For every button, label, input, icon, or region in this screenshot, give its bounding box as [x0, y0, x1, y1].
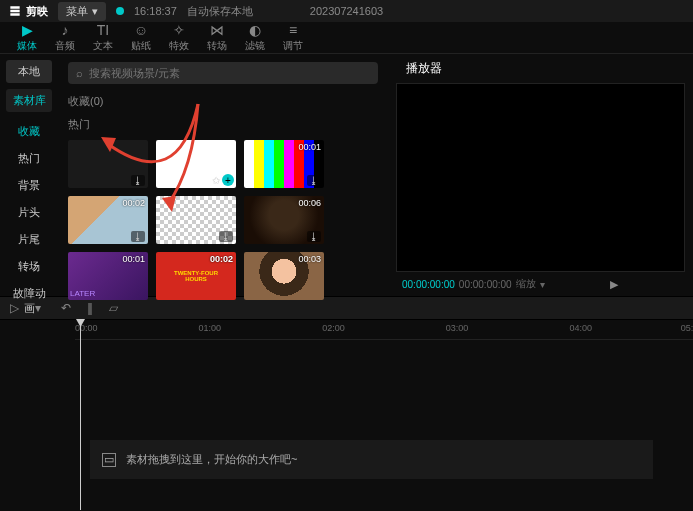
play-button[interactable]: ▶ — [610, 278, 618, 291]
sticker-icon: ☺ — [134, 22, 148, 38]
clip-grid: ⭳ ✩+ 00:01⭳ 00:02⭳ ⭳ 00:06⭳ LATER00:01 T… — [68, 140, 378, 300]
clip-duration: 00:02 — [210, 254, 233, 264]
search-input[interactable] — [89, 67, 370, 79]
split-tool[interactable]: ‖ — [87, 301, 93, 315]
media-placeholder-icon: ▭ — [102, 453, 116, 467]
section-hot: 热门 — [68, 117, 378, 132]
tab-label: 音频 — [55, 39, 75, 53]
sidebar: 本地 素材库 收藏 热门 背景 片头 片尾 转场 故障动画 空镜 — [0, 54, 58, 296]
sidebar-item-local[interactable]: 本地 — [6, 60, 52, 83]
playhead[interactable] — [80, 320, 81, 510]
player-scale[interactable]: 缩放 — [516, 277, 536, 291]
clip-item[interactable]: LATER00:01 — [68, 252, 148, 300]
tab-audio[interactable]: ♪音频 — [46, 22, 84, 53]
chevron-down-icon[interactable]: ▾ — [35, 301, 41, 315]
clip-text: HOURS — [185, 276, 207, 282]
drop-hint-text: 素材拖拽到这里，开始你的大作吧~ — [126, 452, 297, 467]
sidebar-item-glitch[interactable]: 故障动画 — [0, 280, 58, 322]
download-icon[interactable]: ⭳ — [307, 231, 321, 242]
adjust-icon: ≡ — [289, 22, 297, 38]
sidebar-item-hot[interactable]: 热门 — [0, 145, 58, 172]
tab-label: 特效 — [169, 39, 189, 53]
status-text: 自动保存本地 — [187, 4, 253, 19]
clip-duration: 00:02 — [122, 198, 145, 208]
download-icon[interactable]: ⭳ — [131, 231, 145, 242]
ruler-tick: 01:00 — [199, 323, 222, 333]
menu-label: 菜单 — [66, 4, 88, 19]
clip-item[interactable]: 00:03 — [244, 252, 324, 300]
tab-media[interactable]: ▶媒体 — [8, 22, 46, 53]
tab-label: 文本 — [93, 39, 113, 53]
app-logo: 剪映 — [8, 4, 48, 19]
tab-transition[interactable]: ⋈转场 — [198, 22, 236, 53]
ruler-tick: 03:00 — [446, 323, 469, 333]
sidebar-item-library[interactable]: 素材库 — [6, 89, 52, 112]
tab-label: 贴纸 — [131, 39, 151, 53]
add-icon[interactable]: + — [222, 174, 234, 186]
tab-label: 媒体 — [17, 39, 37, 53]
ruler-tick: 05:00 — [681, 323, 693, 333]
effect-icon: ✧ — [173, 22, 185, 38]
sidebar-item-intro[interactable]: 片头 — [0, 199, 58, 226]
clip-duration: 00:06 — [298, 198, 321, 208]
player-title: 播放器 — [396, 54, 685, 83]
clip-duration: 00:03 — [298, 254, 321, 264]
media-icon: ▶ — [22, 22, 33, 38]
player-viewport[interactable] — [396, 83, 685, 272]
clip-item[interactable]: ✩+ — [156, 140, 236, 188]
sidebar-item-background[interactable]: 背景 — [0, 172, 58, 199]
sidebar-item-favorites[interactable]: 收藏 — [0, 118, 58, 145]
download-icon[interactable]: ⭳ — [131, 175, 145, 186]
status-time: 16:18:37 — [134, 5, 177, 17]
clip-item[interactable]: 00:06⭳ — [244, 196, 324, 244]
sidebar-item-outro[interactable]: 片尾 — [0, 226, 58, 253]
timeline-ruler[interactable]: 00:00 01:00 02:00 03:00 04:00 05:00 — [75, 320, 693, 340]
favorite-icon[interactable]: ✩ — [212, 175, 220, 186]
section-favorites: 收藏(0) — [68, 94, 378, 109]
clip-item[interactable]: ⭳ — [68, 140, 148, 188]
transition-icon: ⋈ — [210, 22, 224, 38]
tab-filter[interactable]: ◐滤镜 — [236, 22, 274, 53]
menu-dropdown[interactable]: 菜单 ▾ — [58, 2, 106, 21]
tab-text[interactable]: TI文本 — [84, 22, 122, 53]
tab-label: 滤镜 — [245, 39, 265, 53]
clip-duration: 00:01 — [122, 254, 145, 264]
search-bar[interactable]: ⌕ — [68, 62, 378, 84]
clip-item[interactable]: 00:01⭳ — [244, 140, 324, 188]
clip-duration: 00:01 — [298, 142, 321, 152]
tab-effect[interactable]: ✧特效 — [160, 22, 198, 53]
ruler-tick: 00:00 — [75, 323, 98, 333]
logo-icon — [8, 4, 22, 18]
tab-label: 调节 — [283, 39, 303, 53]
pointer-tool[interactable]: ▷ — [10, 301, 19, 315]
player-time: 00:00:00:00 — [402, 279, 455, 290]
tab-label: 转场 — [207, 39, 227, 53]
sidebar-item-trans[interactable]: 转场 — [0, 253, 58, 280]
clip-item[interactable]: 00:02⭳ — [68, 196, 148, 244]
ruler-tick: 04:00 — [569, 323, 592, 333]
undo-button[interactable]: ↶ — [61, 301, 71, 315]
project-id: 202307241603 — [310, 5, 383, 17]
timeline[interactable]: 00:00 01:00 02:00 03:00 04:00 05:00 ▭ 素材… — [0, 320, 693, 510]
audio-icon: ♪ — [62, 22, 69, 38]
top-tabs: ▶媒体 ♪音频 TI文本 ☺贴纸 ✧特效 ⋈转场 ◐滤镜 ≡调节 — [0, 22, 693, 54]
download-icon[interactable]: ⭳ — [307, 175, 321, 186]
search-icon: ⌕ — [76, 67, 83, 79]
text-icon: TI — [97, 22, 109, 38]
delete-tool[interactable]: ▱ — [109, 301, 118, 315]
ruler-tick: 02:00 — [322, 323, 345, 333]
download-icon[interactable]: ⭳ — [219, 231, 233, 242]
player-duration: 00:00:00:00 — [459, 279, 512, 290]
logo-text: 剪映 — [26, 4, 48, 19]
chevron-down-icon: ▾ — [92, 5, 98, 18]
tab-sticker[interactable]: ☺贴纸 — [122, 22, 160, 53]
status-dot-icon — [116, 7, 124, 15]
clip-text: LATER — [70, 289, 95, 298]
filter-icon: ◐ — [249, 22, 261, 38]
clip-item[interactable]: ⭳ — [156, 196, 236, 244]
clip-item[interactable]: TWENTY-FOURHOURS00:02 — [156, 252, 236, 300]
tab-adjust[interactable]: ≡调节 — [274, 22, 312, 53]
drop-hint: ▭ 素材拖拽到这里，开始你的大作吧~ — [90, 440, 653, 479]
chevron-down-icon[interactable]: ▾ — [540, 279, 545, 290]
